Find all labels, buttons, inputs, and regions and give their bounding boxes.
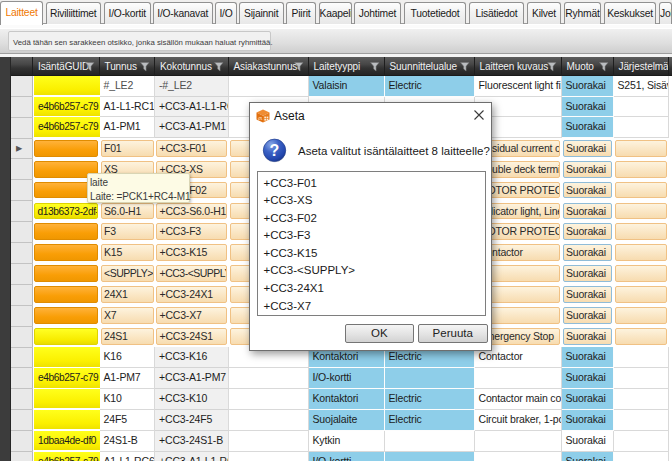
svg-text:?: ? <box>270 142 280 159</box>
